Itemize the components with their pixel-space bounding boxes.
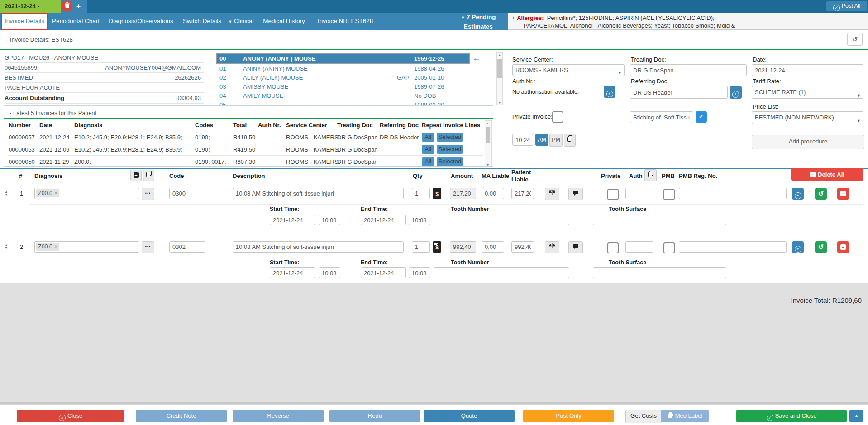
add-auth-button[interactable]: +: [604, 86, 615, 98]
post-only-button[interactable]: Post Only: [523, 410, 614, 422]
save-and-close-button[interactable]: ✓Save and Close: [736, 410, 847, 422]
tab-periodontal-chart[interactable]: Periodontal Chart: [48, 13, 104, 30]
start-date-input[interactable]: [270, 267, 315, 278]
ma-liable-input[interactable]: [482, 188, 504, 199]
reverse-button[interactable]: Reverse: [233, 410, 324, 422]
procedure-checkbox[interactable]: ✓: [696, 111, 707, 123]
tariff-rate-select[interactable]: SCHEME RATE (1) ▼: [752, 86, 863, 99]
repeat-all-button[interactable]: All: [422, 145, 434, 154]
repeat-all-button[interactable]: All: [422, 157, 434, 166]
drag-handle-icon[interactable]: ▲▼: [4, 244, 9, 249]
invoice-date-input[interactable]: [752, 64, 863, 76]
end-date-input[interactable]: [361, 215, 406, 225]
comment-button[interactable]: [568, 188, 583, 200]
pmb-reg-input[interactable]: [679, 188, 787, 199]
repeat-selected-button[interactable]: Selected: [437, 133, 463, 142]
tab-invoice-nr[interactable]: Invoice NR: EST628: [312, 13, 410, 30]
tab-invoice-details[interactable]: Invoice Details: [1, 13, 48, 30]
delete-all-button[interactable]: −Delete All: [791, 168, 863, 181]
end-date-input[interactable]: [361, 267, 406, 278]
diagnosis-more-button[interactable]: •••: [142, 241, 154, 253]
referring-doc-input[interactable]: [630, 86, 728, 99]
remove-tag-icon[interactable]: ×: [54, 190, 57, 196]
private-checkbox[interactable]: [607, 242, 619, 253]
pending-estimates-dropdown[interactable]: ▼ 7 Pending Estimates: [450, 13, 506, 30]
am-toggle[interactable]: AM: [535, 134, 548, 146]
add-referring-doc-button[interactable]: +: [730, 86, 742, 99]
save-options-button[interactable]: ▲: [849, 410, 863, 422]
pm-toggle[interactable]: PM: [549, 134, 563, 147]
copy-auth-button[interactable]: [644, 169, 657, 181]
dependant-row[interactable]: 02 ALILY (ALILY) MOUSE GAP 2005-01-10: [216, 73, 504, 82]
dependant-row[interactable]: 01 ANINY (ANINY) MOUSE 1988-04-26: [216, 64, 504, 73]
billing-doc-icon[interactable]: $: [433, 241, 441, 253]
add-line-button[interactable]: +: [792, 241, 804, 253]
redo-button[interactable]: Redo: [329, 410, 420, 422]
pmb-reg-input[interactable]: [679, 241, 787, 253]
end-time-input[interactable]: [409, 215, 430, 225]
get-costs-button[interactable]: Get Costs: [625, 410, 662, 423]
description-input[interactable]: [233, 241, 404, 253]
post-all-button[interactable]: ✓Post All: [826, 1, 867, 11]
remove-line-button[interactable]: −: [837, 188, 849, 200]
price-list-select[interactable]: BESTMED (NON-NETWORK) ▼: [752, 111, 863, 124]
remove-tag-icon[interactable]: ×: [54, 244, 57, 250]
scroll-up-icon[interactable]: ▲: [497, 53, 502, 57]
dependant-row[interactable]: 03 AMISSY MOUSE 1989-07-26: [216, 82, 504, 91]
delete-visit-button[interactable]: [62, 1, 72, 11]
repeat-selected-button[interactable]: Selected: [437, 145, 463, 154]
tooth-number-input[interactable]: [434, 215, 569, 225]
patient-liable-input[interactable]: [511, 241, 534, 253]
pmb-checkbox[interactable]: [663, 242, 675, 253]
procedure-name-input[interactable]: [630, 111, 693, 123]
start-time-input[interactable]: [319, 267, 340, 278]
drag-handle-icon[interactable]: ▲▼: [4, 191, 9, 196]
med-label-button[interactable]: Med Label: [661, 410, 709, 422]
start-time-input[interactable]: [319, 215, 340, 225]
ma-liable-input[interactable]: [482, 241, 504, 253]
private-checkbox[interactable]: [607, 189, 619, 200]
tab-switch-details[interactable]: Switch Details: [178, 13, 226, 30]
tab-medical-history[interactable]: Medical History: [256, 13, 312, 30]
patient-liable-input[interactable]: [511, 188, 534, 199]
time-input[interactable]: [512, 134, 533, 146]
undo-line-button[interactable]: ↺: [815, 241, 827, 253]
diagnosis-more-button[interactable]: •••: [142, 188, 154, 200]
qty-input[interactable]: [412, 188, 430, 199]
repeat-all-button[interactable]: All: [422, 133, 434, 142]
amount-input[interactable]: [450, 188, 476, 199]
add-line-button[interactable]: +: [792, 188, 804, 200]
expand-plus-icon[interactable]: +: [512, 14, 515, 21]
invoices-scrollbar[interactable]: ▲ ▼: [485, 120, 492, 167]
balance-button[interactable]: [545, 241, 559, 253]
dependant-row[interactable]: 04 AMILY MOUSE No DOB: [216, 91, 504, 100]
diagnosis-input[interactable]: Z00.0×: [34, 188, 139, 199]
amount-input[interactable]: [450, 241, 476, 253]
tooth-surface-input[interactable]: [593, 267, 726, 278]
scroll-down-icon[interactable]: ▼: [485, 162, 491, 167]
tooth-number-input[interactable]: [434, 267, 569, 278]
quote-button[interactable]: Quote: [424, 410, 515, 422]
add-visit-button[interactable]: +: [74, 1, 83, 11]
qty-input[interactable]: [412, 241, 430, 253]
copy-time-button[interactable]: [564, 134, 576, 147]
undo-line-button[interactable]: ↺: [815, 188, 827, 200]
end-time-input[interactable]: [409, 267, 430, 278]
private-invoice-checkbox[interactable]: [552, 111, 563, 123]
tooth-surface-input[interactable]: [593, 215, 726, 225]
description-input[interactable]: [233, 188, 404, 199]
diagnosis-input[interactable]: Z00.0×: [34, 241, 139, 253]
billing-doc-icon[interactable]: $: [433, 188, 441, 199]
balance-button[interactable]: [545, 188, 559, 200]
repeat-selected-button[interactable]: Selected: [437, 157, 463, 166]
code-input[interactable]: [169, 241, 205, 253]
code-input[interactable]: [169, 188, 205, 199]
pmb-checkbox[interactable]: [663, 189, 675, 200]
scroll-down-icon[interactable]: ▼: [497, 100, 502, 105]
close-button[interactable]: ×Close: [17, 410, 124, 422]
tab-clinical[interactable]: ▼ Clinical: [226, 13, 256, 30]
add-procedure-button[interactable]: Add procedure: [752, 135, 864, 149]
dependant-row-selected[interactable]: 00 ANONY (ANONY ) MOUSE 1969-12-25: [216, 53, 470, 64]
treating-doc-input[interactable]: [630, 64, 747, 76]
tab-diagnosis-observations[interactable]: Diagnosis/Observations: [104, 13, 178, 30]
